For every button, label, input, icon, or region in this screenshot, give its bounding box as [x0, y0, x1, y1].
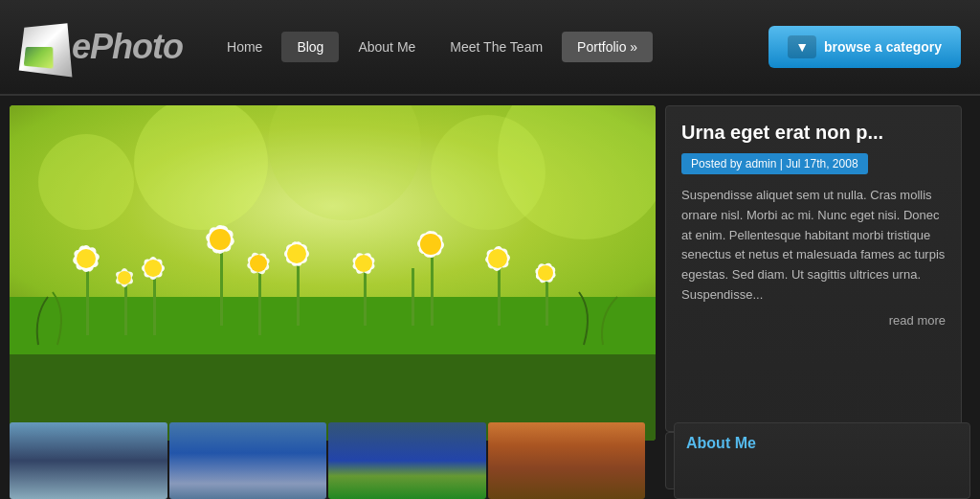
- browse-arrow-icon: ▼: [788, 35, 816, 58]
- svg-point-61: [538, 265, 553, 281]
- about-me-title: About Me: [686, 435, 756, 452]
- svg-point-56: [488, 249, 507, 268]
- main-nav: Home Blog About Me Meet The Team Portfol…: [212, 32, 653, 62]
- svg-point-65: [118, 271, 131, 284]
- logo-e: e: [72, 27, 90, 66]
- svg-point-4: [498, 105, 656, 239]
- thumbnail-2[interactable]: [169, 422, 327, 499]
- nav-home[interactable]: Home: [212, 32, 278, 62]
- browse-label: browse a category: [824, 39, 942, 55]
- svg-rect-6: [10, 297, 656, 354]
- svg-point-2: [268, 105, 421, 220]
- svg-rect-17: [412, 268, 414, 326]
- blog-post-card: Urna eget erat non p... Posted by admin …: [665, 105, 962, 432]
- thumbnail-3[interactable]: [328, 422, 486, 499]
- browse-category-button[interactable]: ▼ browse a category: [768, 26, 961, 68]
- about-me-card: About Me: [674, 422, 970, 499]
- svg-point-28: [145, 260, 162, 277]
- svg-point-70: [250, 255, 267, 272]
- thumbnail-1[interactable]: [10, 422, 167, 499]
- featured-image-section: [10, 105, 656, 441]
- post-title: Urna eget erat non p...: [681, 122, 946, 144]
- main-content: Urna eget erat non p... Posted by admin …: [0, 96, 980, 499]
- post-excerpt: Suspendisse aliquet sem ut nulla. Cras m…: [681, 186, 946, 306]
- svg-point-51: [420, 234, 441, 255]
- nav-portfolio[interactable]: Portfolio »: [562, 32, 653, 62]
- svg-point-1: [134, 105, 268, 230]
- logo-photo: Photo: [90, 27, 183, 66]
- nav-meet-the-team[interactable]: Meet The Team: [434, 32, 558, 62]
- svg-point-45: [355, 255, 372, 272]
- svg-point-0: [38, 134, 134, 230]
- header: ePhoto Home Blog About Me Meet The Team …: [0, 0, 980, 96]
- nav-about-me[interactable]: About Me: [343, 32, 431, 62]
- nav-blog[interactable]: Blog: [281, 32, 339, 62]
- svg-rect-16: [258, 263, 261, 335]
- logo-icon: [19, 23, 73, 77]
- svg-point-23: [77, 249, 96, 268]
- featured-image: [10, 105, 656, 441]
- post-meta: Posted by admin | Jul 17th, 2008: [681, 153, 868, 174]
- logo: ePhoto: [19, 23, 183, 71]
- thumbnail-strip: [0, 422, 655, 499]
- thumbnail-4[interactable]: [488, 422, 646, 499]
- svg-point-40: [287, 244, 306, 263]
- logo-text: ePhoto: [72, 27, 183, 67]
- read-more-link[interactable]: read more: [681, 313, 946, 328]
- svg-point-34: [210, 229, 231, 250]
